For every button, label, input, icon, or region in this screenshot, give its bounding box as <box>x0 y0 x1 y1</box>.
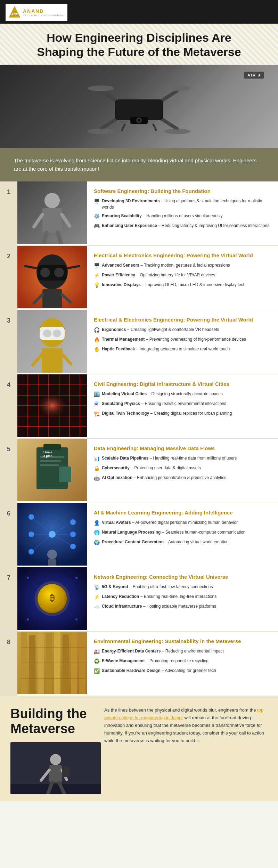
section-item-bold-8-2: E-Waste Management <box>102 658 145 663</box>
section-content-4: Civil Engineering: Digital Infrastructur… <box>87 374 278 438</box>
section-image-2 <box>17 246 87 310</box>
section-item-icon-8-3: ✅ <box>94 667 100 675</box>
section-item-icon-7-2: ⚡ <box>94 593 100 601</box>
svg-rect-19 <box>42 208 62 233</box>
section-item-bold-3-1: Ergonomics <box>102 327 126 332</box>
section-item-bold-6-1: Virtual Avatars <box>102 520 131 525</box>
section-item-8-2: ♻️E-Waste Management – Promoting respons… <box>94 658 271 665</box>
section-item-text-2-2: Power Efficiency – Optimizing battery li… <box>102 272 215 278</box>
section-item-bold-3-2: Thermal Management <box>102 337 145 342</box>
section-card-8: 8 Environmental Engineering: Sustainabil… <box>0 632 278 696</box>
section-title-7: Network Engineering: Connecting the Virt… <box>94 574 271 581</box>
svg-point-39 <box>43 330 51 337</box>
svg-point-8 <box>88 129 114 134</box>
section-item-icon-8-1: 🏭 <box>94 648 100 655</box>
section-item-text-7-3: Cloud Infrastructure – Hosting scalable … <box>102 603 216 609</box>
svg-rect-97 <box>29 635 35 694</box>
hero-title-section: How Engineering Disciplines Are Shaping … <box>0 24 278 65</box>
section-item-icon-6-3: 🌍 <box>94 539 100 546</box>
drone-illustration <box>80 72 198 141</box>
section-item-text-2-1: Advanced Sensors – Tracking motion, gest… <box>102 262 230 268</box>
section-item-5-3: 🤖AI Optimization – Enhancing personaliza… <box>94 474 271 482</box>
section-content-1: Software Engineering: Building the Found… <box>87 181 278 245</box>
section-item-4-3: 🏗️Digital Twin Technology – Creating dig… <box>94 410 271 417</box>
section-item-icon-5-1: 📊 <box>94 455 100 462</box>
section-item-7-1: 📡5G & Beyond – Enabling ultra-fast, low-… <box>94 584 271 591</box>
section-item-icon-4-3: 🏗️ <box>94 410 100 417</box>
section-item-4-1: 🏙️Modeling Virtual Cities – Designing st… <box>94 391 271 398</box>
section-item-bold-1-2: Ensuring Scalability <box>102 213 142 218</box>
section-image-3 <box>17 310 87 374</box>
svg-point-28 <box>40 268 50 277</box>
page-title: How Engineering Disciplines Are Shaping … <box>21 31 257 59</box>
section-item-text-5-1: Scalable Data Pipelines – Handling real-… <box>102 455 237 461</box>
section-number-6: 6 <box>0 503 17 567</box>
section-item-bold-2-2: Power Efficiency <box>102 273 135 277</box>
svg-point-56 <box>31 388 73 423</box>
section-item-icon-2-3: 💡 <box>94 282 100 289</box>
footer-body-text: As the lines between the physical and di… <box>104 706 268 745</box>
svg-point-40 <box>53 330 61 337</box>
section-content-2: Electrical & Electronics Engineering: Po… <box>87 246 278 310</box>
section-item-icon-8-2: ♻️ <box>94 658 100 665</box>
section-number-1: 1 <box>0 181 17 245</box>
section-item-text-1-1: Developing 3D Environments – Using algor… <box>102 198 271 210</box>
section-item-bold-8-3: Sustainable Hardware Design <box>102 668 161 673</box>
section-item-text-8-2: E-Waste Management – Promoting responsib… <box>102 658 208 664</box>
svg-point-13 <box>138 119 140 122</box>
sections-container: 1 Software Engineering: Building the Fou… <box>0 181 278 696</box>
svg-rect-110 <box>49 765 62 782</box>
intro-text: The metaverse is evolving from science f… <box>14 156 264 173</box>
section-item-1-1: 🖥️Developing 3D Environments – Using alg… <box>94 198 271 210</box>
section-item-bold-5-1: Scalable Data Pipelines <box>102 456 148 461</box>
section-item-icon-1-3: 🎮 <box>94 222 100 230</box>
section-item-icon-2-2: ⚡ <box>94 272 100 279</box>
svg-point-18 <box>44 193 60 208</box>
section-number-8: 8 <box>0 632 17 696</box>
section-item-text-6-2: Natural Language Processing – Seamless h… <box>102 529 246 535</box>
svg-point-78 <box>70 519 76 525</box>
svg-point-75 <box>28 532 34 537</box>
section-item-5-1: 📊Scalable Data Pipelines – Handling real… <box>94 455 271 462</box>
section-item-text-2-3: Innovative Displays – Improving OLED, mi… <box>102 282 245 288</box>
section-item-6-2: 🌐Natural Language Processing – Seamless … <box>94 529 271 536</box>
section-item-text-4-3: Digital Twin Technology – Creating digit… <box>102 410 232 416</box>
section-item-text-5-2: Cybersecurity – Protecting user data & d… <box>102 465 201 471</box>
svg-text:ACE: ACE <box>11 13 18 16</box>
section-item-bold-4-1: Modeling Virtual Cities <box>102 391 147 396</box>
logo-icon: ACE <box>8 6 21 19</box>
svg-rect-99 <box>46 633 52 694</box>
footer-section: Building the Metaverse <box>0 696 278 801</box>
section-item-1-3: 🎮Enhancing User Experience – Reducing la… <box>94 222 271 230</box>
section-card-6: 6 AI & Machine Learning Engineering: Add… <box>0 503 278 567</box>
section-item-bold-6-3: Procedural Content Generation <box>102 540 164 544</box>
section-item-text-5-3: AI Optimization – Enhancing personalizat… <box>102 474 226 481</box>
svg-line-14 <box>122 124 125 131</box>
section-item-icon-6-1: 👤 <box>94 519 100 527</box>
section-card-1: 1 Software Engineering: Building the Fou… <box>0 181 278 246</box>
section-card-2: 2 Electrical & Electronics Engineering: … <box>0 246 278 310</box>
section-item-text-4-2: Simulating Physics – Ensuring realistic … <box>102 400 226 407</box>
section-item-bold-5-2: Cybersecurity <box>102 465 130 470</box>
svg-rect-82 <box>48 559 56 566</box>
section-card-5: 5 I have a plan Data Engineering: Managi… <box>0 439 278 503</box>
svg-rect-61 <box>40 460 61 462</box>
section-card-3: 3 Electrical & Electronics Engineering: … <box>0 310 278 374</box>
section-item-icon-6-2: 🌐 <box>94 529 100 536</box>
footer-person-illustration <box>10 742 101 794</box>
hero-badge: AIR 3 <box>244 72 264 79</box>
section-item-icon-3-2: 🔥 <box>94 336 100 343</box>
section-item-6-1: 👤Virtual Avatars – AI-powered digital pe… <box>94 519 271 527</box>
svg-rect-108 <box>10 784 101 794</box>
section-image-6 <box>17 503 87 567</box>
section-item-bold-3-3: Haptic Feedback <box>102 347 135 351</box>
section-item-icon-2-1: 🖥️ <box>94 262 100 269</box>
svg-point-77 <box>49 531 56 538</box>
svg-text:₿: ₿ <box>50 593 55 603</box>
section-item-1-2: ⚙️Ensuring Scalability – Handling millio… <box>94 213 271 220</box>
logo-box: ACE ANAND COLLEGE OF ENGINEERING <box>6 4 67 21</box>
svg-line-15 <box>153 124 156 131</box>
section-item-bold-4-2: Simulating Physics <box>102 401 140 406</box>
svg-rect-41 <box>42 348 63 373</box>
footer-link[interactable]: top private college for engineering in J… <box>104 707 263 720</box>
